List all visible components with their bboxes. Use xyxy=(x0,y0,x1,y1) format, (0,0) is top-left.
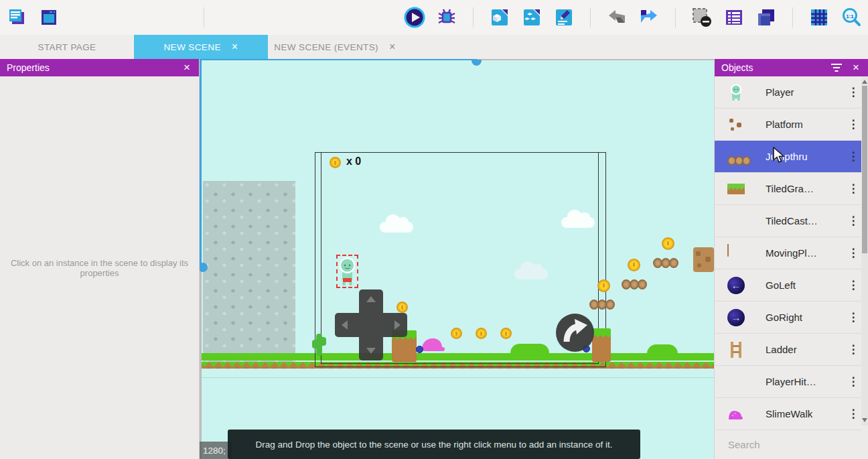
object-row-slime-walk[interactable]: SlimeWalk ⋮ xyxy=(715,398,862,430)
row-menu-icon[interactable]: ⋮ xyxy=(845,117,862,131)
toolbar-divider xyxy=(590,7,591,27)
close-icon[interactable]: × xyxy=(851,61,861,74)
toolbar-divider xyxy=(204,7,204,27)
object-row-ladder[interactable]: Ladder ⋮ xyxy=(715,334,862,366)
dpad-up-arrow-icon xyxy=(366,296,376,302)
platform-block-instance[interactable] xyxy=(693,247,714,272)
cactus-instance[interactable] xyxy=(316,334,322,356)
row-menu-icon[interactable]: ⋮ xyxy=(845,85,862,99)
row-menu-icon[interactable]: ⋮ xyxy=(845,149,862,163)
toolbar-divider xyxy=(473,7,474,27)
jumpthru-instance[interactable] xyxy=(591,300,615,310)
coin-instance[interactable] xyxy=(476,328,487,339)
object-row-go-right[interactable]: → GoRight ⋮ xyxy=(715,302,862,334)
row-menu-icon[interactable]: ⋮ xyxy=(845,375,862,389)
platform-icon xyxy=(727,116,745,133)
grid-icon[interactable] xyxy=(808,6,830,29)
top-edge-line xyxy=(477,59,714,60)
object-label: MovingPl… xyxy=(766,247,845,259)
object-label: GoRight xyxy=(766,312,845,323)
object-row-go-left[interactable]: ← GoLeft ⋮ xyxy=(715,269,862,302)
tab-start-page[interactable]: START PAGE xyxy=(0,35,134,59)
coin-instance[interactable] xyxy=(628,259,640,271)
object-row-player-hitbox[interactable]: PlayerHit… ⋮ xyxy=(715,366,862,398)
zoom-ratio-icon[interactable]: 1:1 xyxy=(840,6,863,29)
redo-icon[interactable] xyxy=(638,6,660,29)
row-menu-icon[interactable]: ⋮ xyxy=(845,310,862,324)
hud-coin-icon[interactable] xyxy=(330,157,341,168)
object-row-tiled-castle[interactable]: TiledCast… ⋮ xyxy=(715,205,862,237)
top-resize-handle[interactable] xyxy=(472,60,482,66)
undo-icon[interactable] xyxy=(605,6,628,29)
dpad-right-arrow-icon xyxy=(394,320,401,330)
play-icon[interactable] xyxy=(403,6,426,29)
edit-doc-icon[interactable] xyxy=(553,6,575,29)
objects-scrollbar[interactable] xyxy=(861,76,868,425)
grass-bump-instance[interactable] xyxy=(647,344,678,354)
objects-list: Player ⋮ Platform ⋮ Jumpthru ⋮ xyxy=(715,76,862,430)
tab-close-icon[interactable]: × xyxy=(389,42,396,52)
go-right-icon: → xyxy=(727,309,745,326)
tab-label: NEW SCENE (EVENTS) xyxy=(274,42,378,52)
object-label: Jumpthru xyxy=(766,151,845,162)
object-row-jumpthru[interactable]: Jumpthru ⋮ xyxy=(715,141,862,173)
objects-doc-icon[interactable] xyxy=(520,6,543,29)
tab-label: START PAGE xyxy=(38,42,96,52)
row-menu-icon[interactable]: ⋮ xyxy=(845,407,862,421)
row-menu-icon[interactable]: ⋮ xyxy=(845,246,862,260)
instances-list-icon[interactable] xyxy=(723,6,745,29)
scene-doc-icon[interactable] xyxy=(488,6,511,29)
project-window-icon[interactable] xyxy=(38,6,60,29)
moving-platform-icon xyxy=(727,245,745,262)
dpad-left-arrow-icon xyxy=(342,320,348,330)
jumpthru-instance[interactable] xyxy=(654,258,678,268)
slime-instance[interactable] xyxy=(422,338,442,351)
filter-icon[interactable] xyxy=(830,64,843,72)
coin-instance[interactable] xyxy=(662,237,674,250)
properties-empty-message: Click on an instance in the scene to dis… xyxy=(5,258,194,278)
layers-icon[interactable] xyxy=(755,6,778,29)
tab-close-icon[interactable]: × xyxy=(232,42,238,52)
close-icon[interactable]: × xyxy=(182,61,192,74)
tiled-castle-instance[interactable] xyxy=(203,181,295,362)
jumpthru-icon xyxy=(727,148,745,166)
player-instance[interactable] xyxy=(336,255,358,288)
coin-instance[interactable] xyxy=(451,328,462,339)
scroll-down-icon[interactable] xyxy=(862,418,867,423)
coin-counter: x 0 xyxy=(346,155,361,168)
object-row-moving-platform[interactable]: MovingPl… ⋮ xyxy=(715,237,862,269)
coin-instance[interactable] xyxy=(597,279,610,292)
scrollbar-thumb[interactable] xyxy=(862,86,867,253)
row-menu-icon[interactable]: ⋮ xyxy=(845,214,862,228)
ladder-icon xyxy=(727,341,745,358)
object-row-platform[interactable]: Platform ⋮ xyxy=(715,109,862,141)
coin-instance[interactable] xyxy=(500,328,512,339)
jumpthru-instance[interactable] xyxy=(623,279,647,289)
objects-panel: Objects × Player ⋮ xyxy=(714,59,868,459)
file-list-icon[interactable] xyxy=(5,6,28,29)
toolbar-divider xyxy=(675,7,676,27)
ball-instance[interactable] xyxy=(416,346,423,353)
object-label: Platform xyxy=(766,119,845,130)
object-label: TiledCast… xyxy=(766,215,845,226)
left-edge-highlight xyxy=(200,59,202,267)
search-input[interactable] xyxy=(728,439,861,450)
slime-icon xyxy=(727,405,745,423)
scroll-up-icon[interactable] xyxy=(862,78,867,84)
debug-icon[interactable] xyxy=(435,6,458,29)
drag-drop-tooltip: Drag and Drop the object to the scene or… xyxy=(228,430,640,459)
row-menu-icon[interactable]: ⋮ xyxy=(845,342,862,356)
gdevelop-editor: 1:1 START PAGE NEW SCENE × NEW SCENE (EV… xyxy=(0,0,868,459)
row-menu-icon[interactable]: ⋮ xyxy=(845,278,862,292)
tab-new-scene[interactable]: NEW SCENE × xyxy=(134,35,268,59)
mask-icon[interactable] xyxy=(691,6,713,29)
dpad-control-instance[interactable] xyxy=(335,289,407,360)
object-row-player[interactable]: Player ⋮ xyxy=(715,76,862,109)
object-row-tiled-grass[interactable]: TiledGra… ⋮ xyxy=(715,173,862,205)
jump-button-instance[interactable] xyxy=(556,314,594,352)
object-label: SlimeWalk xyxy=(766,408,845,419)
scene-canvas[interactable]: x 0 xyxy=(200,59,714,459)
tab-new-scene-events[interactable]: NEW SCENE (EVENTS) × xyxy=(268,35,402,59)
grass-block-instance[interactable] xyxy=(592,328,611,362)
row-menu-icon[interactable]: ⋮ xyxy=(845,182,862,196)
